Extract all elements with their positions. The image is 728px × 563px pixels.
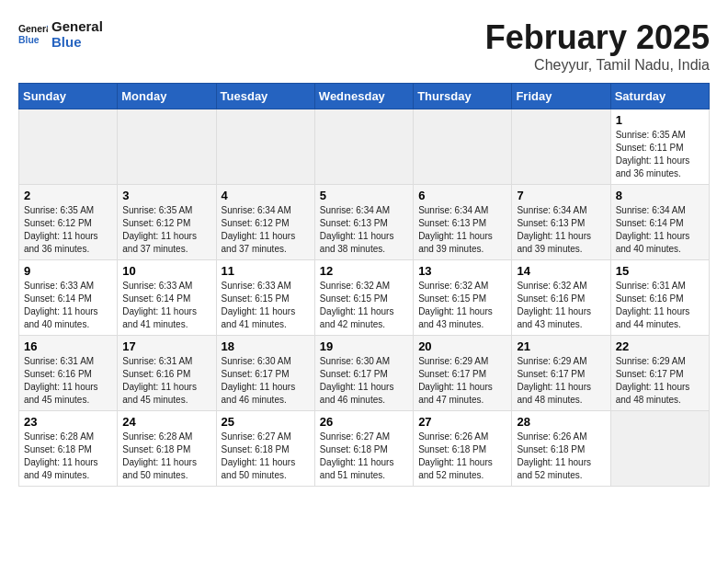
calendar-cell: 5Sunrise: 6:34 AM Sunset: 6:13 PM Daylig…	[314, 185, 413, 260]
day-number: 11	[222, 264, 310, 278]
day-number: 24	[122, 415, 210, 429]
calendar-cell: 3Sunrise: 6:35 AM Sunset: 6:12 PM Daylig…	[118, 185, 216, 260]
logo-icon: General Blue	[18, 19, 48, 49]
calendar-week-row: 16Sunrise: 6:31 AM Sunset: 6:16 PM Dayli…	[19, 336, 710, 411]
calendar-cell: 6Sunrise: 6:34 AM Sunset: 6:13 PM Daylig…	[414, 185, 512, 260]
calendar-cell: 11Sunrise: 6:33 AM Sunset: 6:15 PM Dayli…	[216, 260, 314, 336]
day-number: 2	[24, 189, 112, 202]
calendar-cell: 23Sunrise: 6:28 AM Sunset: 6:18 PM Dayli…	[19, 411, 118, 487]
weekday-header-monday: Monday	[118, 84, 216, 109]
calendar-cell: 20Sunrise: 6:29 AM Sunset: 6:17 PM Dayli…	[414, 336, 512, 411]
day-info: Sunrise: 6:30 AM Sunset: 6:17 PM Dayligh…	[320, 355, 408, 407]
day-info: Sunrise: 6:34 AM Sunset: 6:13 PM Dayligh…	[517, 204, 605, 256]
calendar-cell: 21Sunrise: 6:29 AM Sunset: 6:17 PM Dayli…	[512, 336, 610, 411]
page-header: General Blue General Blue February 2025 …	[18, 18, 710, 74]
calendar-cell: 18Sunrise: 6:30 AM Sunset: 6:17 PM Dayli…	[216, 336, 314, 411]
calendar-cell	[216, 109, 314, 185]
calendar-cell	[19, 109, 118, 185]
calendar-subtitle: Cheyyur, Tamil Nadu, India	[485, 57, 710, 74]
day-info: Sunrise: 6:33 AM Sunset: 6:14 PM Dayligh…	[24, 280, 112, 331]
calendar-week-row: 9Sunrise: 6:33 AM Sunset: 6:14 PM Daylig…	[19, 260, 710, 336]
calendar-cell: 19Sunrise: 6:30 AM Sunset: 6:17 PM Dayli…	[314, 336, 413, 411]
day-number: 27	[418, 415, 506, 429]
logo-line2: Blue	[51, 34, 103, 50]
calendar-cell: 2Sunrise: 6:35 AM Sunset: 6:12 PM Daylig…	[19, 185, 118, 260]
day-number: 26	[320, 415, 408, 429]
calendar-cell: 12Sunrise: 6:32 AM Sunset: 6:15 PM Dayli…	[314, 260, 413, 336]
calendar-cell: 26Sunrise: 6:27 AM Sunset: 6:18 PM Dayli…	[314, 411, 413, 487]
day-info: Sunrise: 6:30 AM Sunset: 6:17 PM Dayligh…	[222, 355, 310, 407]
day-number: 19	[320, 339, 408, 353]
calendar-cell: 15Sunrise: 6:31 AM Sunset: 6:16 PM Dayli…	[610, 260, 709, 336]
day-info: Sunrise: 6:32 AM Sunset: 6:15 PM Dayligh…	[320, 280, 408, 331]
day-number: 10	[122, 264, 210, 278]
day-info: Sunrise: 6:32 AM Sunset: 6:16 PM Dayligh…	[517, 280, 605, 331]
day-info: Sunrise: 6:31 AM Sunset: 6:16 PM Dayligh…	[122, 355, 210, 407]
day-number: 28	[517, 415, 605, 429]
day-info: Sunrise: 6:34 AM Sunset: 6:13 PM Dayligh…	[418, 204, 506, 256]
calendar-cell	[118, 109, 216, 185]
calendar-week-row: 23Sunrise: 6:28 AM Sunset: 6:18 PM Dayli…	[19, 411, 710, 487]
calendar-cell: 14Sunrise: 6:32 AM Sunset: 6:16 PM Dayli…	[512, 260, 610, 336]
day-number: 14	[517, 264, 605, 278]
calendar-cell	[414, 109, 512, 185]
day-number: 15	[616, 264, 704, 278]
day-number: 6	[418, 189, 506, 202]
day-number: 16	[24, 339, 112, 353]
calendar-cell: 9Sunrise: 6:33 AM Sunset: 6:14 PM Daylig…	[19, 260, 118, 336]
day-info: Sunrise: 6:27 AM Sunset: 6:18 PM Dayligh…	[320, 431, 408, 482]
calendar-cell: 7Sunrise: 6:34 AM Sunset: 6:13 PM Daylig…	[512, 185, 610, 260]
day-info: Sunrise: 6:29 AM Sunset: 6:17 PM Dayligh…	[418, 355, 506, 407]
calendar-cell	[512, 109, 610, 185]
day-number: 1	[616, 113, 704, 127]
day-info: Sunrise: 6:28 AM Sunset: 6:18 PM Dayligh…	[24, 431, 112, 482]
day-info: Sunrise: 6:35 AM Sunset: 6:11 PM Dayligh…	[616, 129, 704, 180]
day-info: Sunrise: 6:35 AM Sunset: 6:12 PM Dayligh…	[24, 204, 112, 256]
day-info: Sunrise: 6:26 AM Sunset: 6:18 PM Dayligh…	[418, 431, 506, 482]
weekday-header-wednesday: Wednesday	[314, 84, 413, 109]
day-number: 3	[122, 189, 210, 202]
day-info: Sunrise: 6:33 AM Sunset: 6:14 PM Dayligh…	[122, 280, 210, 331]
day-number: 13	[418, 264, 506, 278]
day-info: Sunrise: 6:31 AM Sunset: 6:16 PM Dayligh…	[616, 280, 704, 331]
day-number: 4	[222, 189, 310, 202]
day-info: Sunrise: 6:32 AM Sunset: 6:15 PM Dayligh…	[418, 280, 506, 331]
svg-text:Blue: Blue	[18, 35, 40, 45]
day-info: Sunrise: 6:31 AM Sunset: 6:16 PM Dayligh…	[24, 355, 112, 407]
weekday-header-thursday: Thursday	[414, 84, 512, 109]
svg-text:General: General	[18, 24, 48, 34]
calendar-cell: 27Sunrise: 6:26 AM Sunset: 6:18 PM Dayli…	[414, 411, 512, 487]
weekday-header-friday: Friday	[512, 84, 610, 109]
day-number: 12	[320, 264, 408, 278]
day-number: 17	[122, 339, 210, 353]
calendar-cell: 8Sunrise: 6:34 AM Sunset: 6:14 PM Daylig…	[610, 185, 709, 260]
day-number: 21	[517, 339, 605, 353]
weekday-header-tuesday: Tuesday	[216, 84, 314, 109]
calendar-cell: 17Sunrise: 6:31 AM Sunset: 6:16 PM Dayli…	[118, 336, 216, 411]
weekday-header-saturday: Saturday	[610, 84, 709, 109]
day-info: Sunrise: 6:34 AM Sunset: 6:13 PM Dayligh…	[320, 204, 408, 256]
calendar-week-row: 2Sunrise: 6:35 AM Sunset: 6:12 PM Daylig…	[19, 185, 710, 260]
calendar-cell: 22Sunrise: 6:29 AM Sunset: 6:17 PM Dayli…	[610, 336, 709, 411]
calendar-cell: 1Sunrise: 6:35 AM Sunset: 6:11 PM Daylig…	[610, 109, 709, 185]
day-info: Sunrise: 6:34 AM Sunset: 6:12 PM Dayligh…	[222, 204, 310, 256]
day-number: 22	[616, 339, 704, 353]
day-info: Sunrise: 6:29 AM Sunset: 6:17 PM Dayligh…	[616, 355, 704, 407]
day-number: 9	[24, 264, 112, 278]
day-info: Sunrise: 6:34 AM Sunset: 6:14 PM Dayligh…	[616, 204, 704, 256]
day-info: Sunrise: 6:28 AM Sunset: 6:18 PM Dayligh…	[122, 431, 210, 482]
calendar-cell	[610, 411, 709, 487]
day-number: 23	[24, 415, 112, 429]
calendar-cell: 13Sunrise: 6:32 AM Sunset: 6:15 PM Dayli…	[414, 260, 512, 336]
calendar-cell: 16Sunrise: 6:31 AM Sunset: 6:16 PM Dayli…	[19, 336, 118, 411]
calendar-cell: 24Sunrise: 6:28 AM Sunset: 6:18 PM Dayli…	[118, 411, 216, 487]
weekday-header-row: SundayMondayTuesdayWednesdayThursdayFrid…	[19, 84, 710, 109]
calendar-week-row: 1Sunrise: 6:35 AM Sunset: 6:11 PM Daylig…	[19, 109, 710, 185]
calendar-cell: 4Sunrise: 6:34 AM Sunset: 6:12 PM Daylig…	[216, 185, 314, 260]
calendar-cell: 25Sunrise: 6:27 AM Sunset: 6:18 PM Dayli…	[216, 411, 314, 487]
calendar-cell: 10Sunrise: 6:33 AM Sunset: 6:14 PM Dayli…	[118, 260, 216, 336]
logo: General Blue General Blue	[18, 18, 103, 50]
day-info: Sunrise: 6:35 AM Sunset: 6:12 PM Dayligh…	[122, 204, 210, 256]
calendar-title: February 2025	[485, 18, 710, 57]
day-number: 8	[616, 189, 704, 202]
